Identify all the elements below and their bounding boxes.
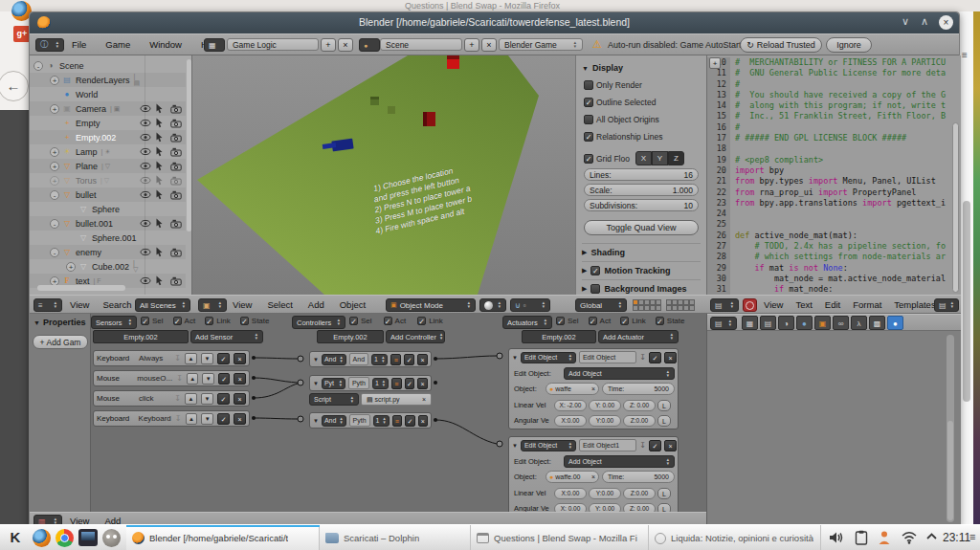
outliner-item-enemy[interactable]: -▽enemy bbox=[30, 245, 186, 259]
info-menu-window[interactable]: Window bbox=[149, 39, 182, 50]
expand-toggle[interactable]: + bbox=[50, 104, 59, 114]
render-toggle[interactable] bbox=[170, 276, 186, 286]
editor-type-text-button[interactable]: ▤▲▼ bbox=[710, 298, 739, 312]
screen-layout-field[interactable]: Game Logic bbox=[227, 38, 319, 51]
velocity-field[interactable]: Z: 0.00 bbox=[623, 503, 656, 513]
controller-type-select[interactable]: Pyt▲▼ bbox=[322, 378, 345, 389]
properties-scroll-thumb[interactable] bbox=[947, 335, 954, 522]
volume-icon[interactable] bbox=[829, 530, 845, 545]
expand-toggle[interactable]: + bbox=[50, 147, 59, 157]
outliner-item-empty-002[interactable]: +Empty.002 bbox=[30, 130, 186, 144]
velocity-field[interactable]: X:0.00 bbox=[554, 415, 587, 427]
texteditor-datablock-select[interactable]: ▤▲▼ bbox=[934, 298, 959, 312]
text-menu-templates[interactable]: Templates bbox=[894, 299, 935, 310]
editor-type-info-button[interactable]: ⓘ▲▼ bbox=[35, 38, 64, 52]
editor-type-3dview-button[interactable]: ▣▲▼ bbox=[198, 298, 227, 312]
active-toggle[interactable]: ✓ bbox=[217, 413, 230, 425]
layout-close-button[interactable]: × bbox=[338, 38, 353, 52]
edit-mode-select[interactable]: Add Object▲▼ bbox=[564, 367, 675, 380]
actuator-type-select[interactable]: Edit Object▲▼ bbox=[521, 440, 576, 451]
launcher-screenshot-icon[interactable] bbox=[78, 529, 98, 546]
state-visualize-button[interactable]: ≡ bbox=[391, 378, 402, 389]
active-toggle[interactable]: ✓ bbox=[649, 352, 661, 363]
text-menu-format[interactable]: Format bbox=[853, 299, 881, 310]
taskbar-task-4[interactable]: Liquida: Notizie, opinioni e curiosità bbox=[649, 525, 821, 550]
expand-toggle[interactable]: - bbox=[50, 248, 59, 257]
sensors-check-act[interactable]: ✓Act bbox=[173, 317, 196, 325]
controller-type-select[interactable]: And▲▼ bbox=[322, 415, 346, 427]
render-toggle[interactable] bbox=[170, 147, 186, 157]
launcher-chrome-icon[interactable] bbox=[56, 529, 74, 547]
controller-pyth-2[interactable]: ▼And▲▼Pyth1▲▼≡✓× bbox=[309, 412, 432, 429]
eye-toggle[interactable] bbox=[140, 190, 155, 199]
expand-toggle[interactable]: + bbox=[50, 76, 59, 85]
user-status-icon[interactable] bbox=[878, 530, 891, 545]
outliner-item-bullet[interactable]: -▽bullet bbox=[30, 187, 186, 202]
sensor-mouseo[interactable]: MousemouseO...↧▲▼✓× bbox=[93, 370, 250, 386]
local-toggle-button[interactable]: L bbox=[657, 415, 671, 427]
field-scale[interactable]: Scale:1.000 bbox=[584, 184, 699, 196]
taskbar-task-3[interactable]: Questions | Blend Swap - Mozilla Fi bbox=[471, 525, 649, 550]
checkbox[interactable]: ✓ bbox=[584, 98, 593, 107]
sensors-check-link[interactable]: ✓Link bbox=[205, 317, 231, 325]
active-toggle[interactable]: ✓ bbox=[404, 354, 414, 365]
properties-tab-render[interactable]: ▦ bbox=[742, 316, 758, 330]
velocity-field[interactable]: Y: 0.00 bbox=[589, 503, 621, 513]
screen-layout-icon-button[interactable]: ▦ bbox=[204, 38, 225, 52]
engine-select[interactable]: Blender Game▲▼ bbox=[499, 38, 583, 51]
velocity-field[interactable]: Y:0.00 bbox=[589, 488, 621, 499]
eye-toggle[interactable] bbox=[140, 119, 155, 127]
hamburger-icon[interactable]: ≡ bbox=[962, 50, 968, 60]
move-down-button[interactable]: ▼ bbox=[201, 413, 213, 425]
active-toggle[interactable]: ✓ bbox=[218, 373, 231, 385]
outliner-hscroll[interactable] bbox=[37, 285, 125, 291]
outliner-item-camera[interactable]: +▣Camera| ▣ bbox=[30, 101, 186, 116]
controllers-filter-select[interactable]: Controllers▲▼ bbox=[292, 316, 345, 329]
actuators-check-sel[interactable]: ✓Sel bbox=[556, 317, 579, 325]
velocity-field[interactable]: Y:0.00 bbox=[589, 415, 621, 427]
select-toggle[interactable] bbox=[155, 103, 170, 114]
select-toggle[interactable] bbox=[155, 118, 170, 128]
outliner-item-world[interactable]: ●World bbox=[30, 87, 186, 101]
texteditor-properties-plus[interactable]: + bbox=[709, 57, 721, 69]
layout-add-button[interactable]: + bbox=[321, 38, 336, 52]
sensor-click[interactable]: Mouseclick↧▲▼✓× bbox=[93, 390, 250, 407]
checkbox[interactable]: ✓ bbox=[584, 115, 593, 124]
outliner-display-mode-select[interactable]: All Scenes▲▼ bbox=[135, 298, 190, 312]
properties-tab-scene[interactable]: ◑ bbox=[778, 316, 794, 330]
viewport-menu-select[interactable]: Select bbox=[267, 299, 292, 310]
object-field[interactable]: ● waffe× bbox=[546, 383, 599, 395]
controller-and-0[interactable]: ▼And▲▼And1▲▼≡✓× bbox=[309, 351, 432, 367]
maximize-button[interactable]: ∧ bbox=[921, 15, 928, 28]
active-toggle[interactable]: ✓ bbox=[405, 415, 414, 427]
select-toggle[interactable] bbox=[155, 161, 170, 171]
viewport-shading-select[interactable]: ▲▼ bbox=[479, 298, 506, 312]
actuator-type-select[interactable]: Edit Object▲▼ bbox=[521, 352, 576, 363]
controllers-check-link[interactable]: ✓Link bbox=[417, 317, 443, 325]
delete-button[interactable]: × bbox=[418, 415, 428, 427]
viewport-menu-add[interactable]: Add bbox=[308, 299, 324, 310]
select-toggle[interactable] bbox=[155, 218, 170, 229]
panel-motion-tracking[interactable]: ▶✓Motion Tracking bbox=[582, 261, 701, 275]
toggle-quad-view-button[interactable]: Toggle Quad View bbox=[584, 220, 699, 235]
editor-type-properties-button[interactable]: ▤▲▼ bbox=[710, 317, 737, 330]
sensor-always[interactable]: KeyboardAlways↧▲▼✓× bbox=[93, 350, 250, 366]
window-titlebar[interactable]: Blender [/home/gabriele/Scaricati/towerd… bbox=[30, 12, 959, 33]
select-toggle[interactable] bbox=[155, 247, 170, 257]
select-toggle[interactable] bbox=[155, 189, 170, 200]
move-up-button[interactable]: ▲ bbox=[185, 353, 197, 364]
expand-toggle[interactable]: + bbox=[50, 276, 59, 286]
delete-button[interactable]: × bbox=[417, 378, 428, 389]
add-actuator-select[interactable]: Add Actuator▲▼ bbox=[598, 330, 679, 343]
axis-x-button[interactable]: X bbox=[635, 151, 652, 165]
panel-shading[interactable]: ▶Shading bbox=[582, 243, 701, 257]
field-subdivisions[interactable]: Subdivisions:10 bbox=[584, 199, 699, 211]
state-visualize-button[interactable]: ≡ bbox=[390, 354, 401, 365]
clock[interactable]: 23:11 bbox=[943, 531, 970, 544]
editor-type-outliner-button[interactable]: ≡▲▼ bbox=[33, 298, 62, 312]
sensors-filter-select[interactable]: Sensors▲▼ bbox=[91, 316, 137, 329]
properties-tab-armature[interactable]: λ bbox=[851, 316, 867, 330]
actuators-filter-select[interactable]: Actuators▲▼ bbox=[502, 316, 552, 329]
info-menu-game[interactable]: Game bbox=[105, 39, 130, 50]
checkbox[interactable]: ✓ bbox=[584, 80, 593, 90]
